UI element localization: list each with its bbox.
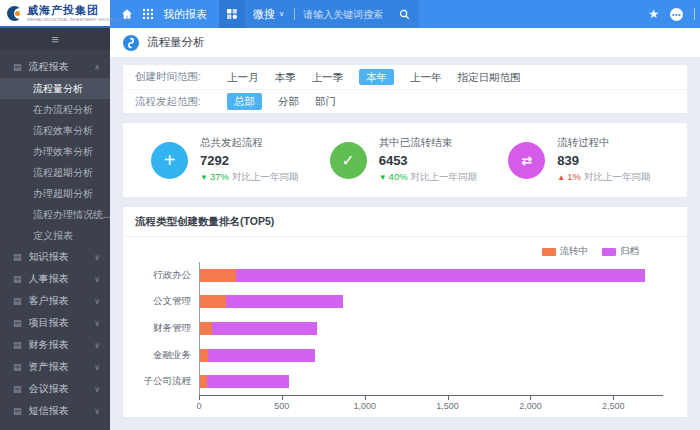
stat-compare-text: 对比上一年同期 [411, 171, 478, 182]
sidebar-item[interactable]: 在办流程分析 [0, 99, 110, 120]
category-label: 行政办公 [133, 262, 199, 289]
sidebar-group[interactable]: ▤流程报表∧ [0, 56, 110, 78]
search-bar: 微搜 ∨ [219, 0, 419, 28]
filter-row: 流程发起范围:总部分部部门 [123, 89, 687, 113]
legend-item[interactable]: 流转中 [542, 245, 589, 258]
bar-chart: 行政办公公文管理财务管理金融业务子公司流程 05001,0001,5002,00… [123, 258, 687, 417]
stacked-bar [200, 375, 663, 388]
sidebar-group[interactable]: ▤短信报表∨ [0, 400, 110, 422]
chevron-down-icon: ∨ [94, 253, 100, 262]
company-logo: 威海产投集团 WEIHAI INDUSTRIAL INVESTMENT GROU… [0, 0, 110, 28]
tab-my-reports[interactable]: 我的报表 [163, 7, 207, 22]
stat-label: 流转过程中 [557, 136, 650, 150]
report-icon: ▤ [13, 385, 22, 394]
axis-tick-label: 2,000 [519, 401, 542, 411]
stat-compare-text: 对比上一年同期 [584, 171, 651, 182]
sidebar-group-label: 客户报表 [29, 294, 88, 308]
report-title-icon [123, 35, 139, 51]
trend-up-icon: ▲ [557, 173, 565, 182]
axis-tick [530, 396, 531, 400]
filter-option[interactable]: 上一季 [312, 72, 344, 83]
header-end-divider [694, 8, 695, 20]
check-icon: ✓ [330, 142, 367, 179]
stat-info: 其中已流转结束6453▼40%对比上一年同期 [379, 136, 477, 184]
filter-options: 总部分部部门 [227, 93, 336, 110]
search-input[interactable] [303, 9, 399, 20]
filter-label: 创建时间范围: [135, 70, 227, 84]
stat-card: ⇄流转过程中839▲1%对比上一年同期 [508, 136, 687, 184]
stat-percent: 1% [567, 171, 581, 182]
legend-swatch [602, 248, 616, 256]
bar-segment [226, 295, 343, 308]
sidebar-group[interactable]: ▤人事报表∨ [0, 268, 110, 290]
filter-option[interactable]: 本季 [275, 72, 296, 83]
logo-subtitle: WEIHAI INDUSTRIAL INVESTMENT GROUP CO.,L… [27, 17, 131, 21]
sidebar-group-label: 财务报表 [29, 338, 88, 352]
sidebar-group[interactable]: ▤知识报表∨ [0, 246, 110, 268]
sidebar-item[interactable]: 办理效率分析 [0, 141, 110, 162]
filter-option[interactable]: 上一月 [227, 72, 259, 83]
x-axis: 05001,0001,5002,0002,500 [133, 395, 663, 413]
stat-card: +总共发起流程7292▼37%对比上一年同期 [151, 136, 330, 184]
apps-grid-icon[interactable] [142, 8, 154, 20]
sidebar-item[interactable]: 流程量分析 [0, 78, 110, 99]
stat-compare-text: 对比上一年同期 [232, 171, 299, 182]
search-icon[interactable] [399, 9, 410, 20]
legend-label: 归档 [620, 245, 639, 258]
bar-segment [208, 349, 315, 362]
bar-segment [207, 375, 289, 388]
sidebar-group-label: 流程报表 [29, 60, 88, 74]
stacked-bar [200, 269, 663, 282]
main-content: 流程量分析 创建时间范围:上一月本季上一季本年上一年指定日期范围流程发起范围:总… [110, 28, 700, 430]
stat-trend: ▼37%对比上一年同期 [200, 171, 298, 184]
search-scope-label[interactable]: 微搜 [253, 7, 275, 22]
chevron-down-icon: ∨ [94, 385, 100, 394]
stats-panel: +总共发起流程7292▼37%对比上一年同期✓其中已流转结束6453▼40%对比… [122, 122, 688, 198]
more-options-icon[interactable]: ••• [670, 8, 683, 21]
sidebar-group-label: 知识报表 [29, 250, 88, 264]
stat-trend: ▲1%对比上一年同期 [557, 171, 650, 184]
stacked-bar [200, 295, 663, 308]
refresh-icon: ⇄ [508, 142, 545, 179]
axis-tick [448, 396, 449, 400]
report-icon: ▤ [13, 253, 22, 262]
legend-item[interactable]: 归档 [602, 245, 639, 258]
sidebar-group-label: 人事报表 [29, 272, 88, 286]
top-nav: 我的报表 微搜 ∨ ★ ••• [110, 0, 700, 28]
chevron-down-icon[interactable]: ∨ [279, 10, 284, 18]
sidebar-item[interactable]: 定义报表 [0, 225, 110, 246]
filter-label: 流程发起范围: [135, 95, 227, 109]
sidebar-group[interactable]: ▤资产报表∨ [0, 356, 110, 378]
sidebar-item[interactable]: 流程超期分析 [0, 162, 110, 183]
sidebar-group[interactable]: ▤项目报表∨ [0, 312, 110, 334]
sidebar-group[interactable]: ▤客户报表∨ [0, 290, 110, 312]
filter-option[interactable]: 分部 [278, 96, 299, 107]
filter-option[interactable]: 指定日期范围 [458, 72, 521, 83]
sidebar-collapse-button[interactable]: ≡ [0, 28, 110, 50]
report-icon: ▤ [13, 63, 22, 72]
legend-swatch [542, 248, 556, 256]
axis-tick [365, 396, 366, 400]
top-bar: 威海产投集团 WEIHAI INDUSTRIAL INVESTMENT GROU… [0, 0, 700, 28]
stacked-bar [200, 349, 663, 362]
filter-option[interactable]: 总部 [227, 93, 262, 110]
favorite-star-icon[interactable]: ★ [648, 8, 659, 20]
sidebar-item[interactable]: 流程效率分析 [0, 120, 110, 141]
filter-option[interactable]: 本年 [359, 69, 394, 86]
bar-row [200, 262, 663, 289]
sidebar-item[interactable]: 流程办理情况统... [0, 204, 110, 225]
stat-value: 7292 [200, 153, 298, 168]
module-icon[interactable] [219, 0, 245, 28]
filter-option[interactable]: 部门 [315, 96, 336, 107]
logo-icon [7, 6, 22, 21]
filter-row: 创建时间范围:上一月本季上一季本年上一年指定日期范围 [123, 65, 687, 89]
sidebar-group[interactable]: ▤会议报表∨ [0, 378, 110, 400]
stat-card: ✓其中已流转结束6453▼40%对比上一年同期 [330, 136, 509, 184]
bar-row [200, 342, 663, 369]
chevron-down-icon: ∨ [94, 297, 100, 306]
filter-option[interactable]: 上一年 [410, 72, 442, 83]
report-icon: ▤ [13, 297, 22, 306]
filter-panel: 创建时间范围:上一月本季上一季本年上一年指定日期范围流程发起范围:总部分部部门 [122, 64, 688, 114]
sidebar-item[interactable]: 办理超期分析 [0, 183, 110, 204]
sidebar-group[interactable]: ▤财务报表∨ [0, 334, 110, 356]
